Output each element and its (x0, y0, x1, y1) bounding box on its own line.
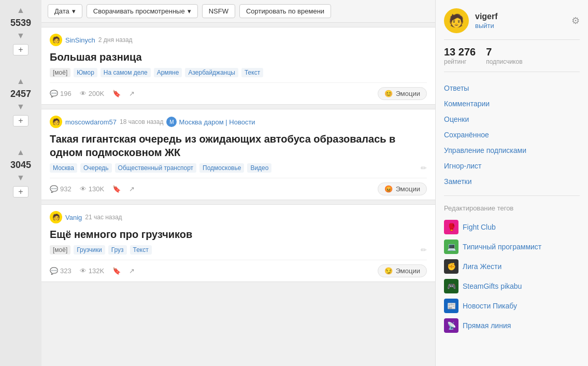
author-name-2[interactable]: moscowdarom57 (65, 118, 117, 126)
tag-armyane[interactable]: Армяне (154, 68, 182, 77)
upvote-2[interactable]: ▲ (15, 76, 27, 87)
user-avatar: 🧑 (444, 8, 469, 33)
tag-azerbaidzhantsy[interactable]: Азербайджанцы (185, 68, 238, 77)
menu-ratings[interactable]: Оценки (444, 111, 580, 127)
emoji-button-3[interactable]: 😏 Эмоции (378, 264, 427, 277)
posts-container: 🧑 SinSinych 2 дня назад Большая разница … (41, 23, 435, 366)
comments-icon-3: 💬 (50, 267, 58, 275)
author-name-1[interactable]: SinSinych (65, 36, 95, 44)
tag-my-3[interactable]: [моё] (50, 245, 70, 255)
plus-btn-1[interactable]: + (13, 44, 28, 55)
tag-gruzchiki[interactable]: Грузчики (74, 245, 105, 255)
right-sidebar: 🧑 vigerf выйти ⚙ 13 276 рейтинг 7 подпис… (435, 0, 588, 366)
tag-ochered[interactable]: Очередь (80, 163, 112, 173)
tag-video[interactable]: Видео (247, 163, 271, 173)
user-menu: Ответы Комментарии Оценки Сохранённое Уп… (444, 80, 580, 196)
community-item-steamgifts[interactable]: 🎮 SteamGifts pikabu (444, 276, 580, 296)
comments-count-1: 196 (60, 90, 71, 97)
subscribers-stat: 7 подписчиков (486, 46, 522, 65)
comments-icon-2: 💬 (50, 185, 58, 193)
user-block: 🧑 vigerf выйти ⚙ (444, 8, 580, 40)
post-title-2[interactable]: Такая гигантская очередь из ожидающих ав… (50, 132, 427, 159)
views-stat-2[interactable]: 👁 130K (80, 185, 104, 193)
tag-gruz[interactable]: Груз (108, 245, 127, 255)
share-icon-1: ↗ (129, 90, 135, 97)
post-card-3: 🧑 Vanig 21 час назад Ещё немного про гру… (41, 204, 435, 282)
share-btn-2[interactable]: ↗ (129, 185, 135, 193)
comments-stat-2[interactable]: 💬 932 (50, 185, 71, 193)
menu-saved[interactable]: Сохранённое (444, 127, 580, 143)
community-item-prline[interactable]: 📡 Прямая линия (444, 316, 580, 335)
community-item-fightclub[interactable]: 🥊 Fight Club (444, 217, 580, 237)
views-count-1: 200K (89, 90, 104, 97)
menu-ignorelist[interactable]: Игнор-лист (444, 158, 580, 174)
downvote-2[interactable]: ▼ (15, 102, 27, 112)
logout-link[interactable]: выйти (475, 22, 494, 30)
menu-subscriptions[interactable]: Управление подписками (444, 143, 580, 158)
edit-icon-2[interactable]: ✏ (421, 164, 427, 172)
toolbar: Дата ▾ Сворачивать просмотренные ▾ NSFW … (41, 0, 435, 23)
news-name: Новости Пикабу (463, 302, 517, 310)
tag-moscow[interactable]: Москва (50, 163, 77, 173)
post-title-3[interactable]: Ещё немного про грузчиков (50, 228, 427, 241)
downvote-3[interactable]: ▼ (15, 173, 27, 183)
views-stat-3[interactable]: 👁 132K (80, 267, 104, 275)
post-footer-1: 💬 196 👁 200K 🔖 ↗ 😊 Эмоци (50, 82, 427, 104)
save-btn-1[interactable]: 🔖 (112, 90, 121, 97)
comments-stat-1[interactable]: 💬 196 (50, 90, 71, 97)
sort-time-button[interactable]: Сортировать по времени (239, 4, 331, 18)
plus-btn-3[interactable]: + (13, 186, 28, 198)
views-count-2: 130K (89, 185, 104, 193)
community-item-news[interactable]: 📰 Новости Пикабу (444, 296, 580, 316)
tag-nasamomde[interactable]: На самом деле (101, 68, 151, 77)
tag-podmoskovie[interactable]: Подмосковье (199, 163, 244, 173)
menu-comments[interactable]: Комментарии (444, 96, 580, 111)
comments-stat-3[interactable]: 💬 323 (50, 267, 71, 275)
community-item-zhest[interactable]: ✊ Лига Жести (444, 257, 580, 276)
vote-block-1: ▲ 5539 ▼ + (10, 5, 31, 55)
menu-notes[interactable]: Заметки (444, 174, 580, 189)
emoji-label-2: Эмоции (396, 185, 420, 193)
emoji-label-3: Эмоции (396, 267, 420, 275)
share-btn-1[interactable]: ↗ (129, 90, 135, 97)
downvote-1[interactable]: ▼ (15, 31, 27, 41)
save-btn-2[interactable]: 🔖 (112, 185, 121, 193)
collapse-label: Сворачивать просмотренные (93, 7, 185, 15)
menu-replies[interactable]: Ответы (444, 80, 580, 96)
upvote-3[interactable]: ▲ (15, 147, 27, 158)
sort-label: Сортировать по времени (246, 7, 324, 15)
collapse-viewed-button[interactable]: Сворачивать просмотренные ▾ (87, 4, 198, 18)
post-title-1[interactable]: Большая разница (50, 50, 427, 64)
tag-tekst-1[interactable]: Текст (241, 68, 263, 77)
emoji-button-1[interactable]: 😊 Эмоции (378, 87, 427, 100)
share-btn-3[interactable]: ↗ (129, 267, 135, 275)
tag-transport[interactable]: Общественный транспорт (115, 163, 197, 173)
bookmark-icon-1: 🔖 (112, 90, 121, 97)
tag-my-1[interactable]: [моё] (50, 68, 70, 77)
tag-humor[interactable]: Юмор (74, 68, 97, 77)
author-name-3[interactable]: Vanig (65, 214, 82, 221)
emoji-button-2[interactable]: 😡 Эмоции (378, 182, 427, 195)
subscribers-label: подписчиков (486, 58, 522, 65)
author-avatar-1: 🧑 (50, 34, 62, 46)
upvote-1[interactable]: ▲ (15, 5, 27, 16)
stats-block: 13 276 рейтинг 7 подписчиков (444, 46, 580, 72)
community-badge-2[interactable]: М Москва даром | Новости (166, 117, 255, 127)
post-footer-2: 💬 932 👁 130K 🔖 ↗ 😡 Эмоци (50, 178, 427, 200)
tag-tekst-3[interactable]: Текст (130, 245, 152, 255)
share-icon-3: ↗ (129, 267, 135, 275)
chevron-down-icon: ▾ (72, 7, 76, 15)
community-name-2: Москва даром | Новости (179, 118, 255, 126)
username: vigerf (475, 12, 565, 21)
post-card-1: 🧑 SinSinych 2 дня назад Большая разница … (41, 27, 435, 105)
plus-btn-2[interactable]: + (13, 115, 28, 126)
views-stat-1[interactable]: 👁 200K (80, 90, 104, 97)
vote-count-2: 2457 (10, 89, 31, 100)
settings-gear-icon[interactable]: ⚙ (571, 15, 580, 26)
nsfw-button[interactable]: NSFW (202, 4, 235, 18)
steamgifts-icon: 🎮 (444, 279, 458, 293)
edit-icon-3[interactable]: ✏ (421, 246, 427, 254)
community-item-programmer[interactable]: 💻 Типичный программист (444, 237, 580, 257)
save-btn-3[interactable]: 🔖 (112, 267, 121, 275)
date-filter-button[interactable]: Дата ▾ (48, 4, 82, 18)
